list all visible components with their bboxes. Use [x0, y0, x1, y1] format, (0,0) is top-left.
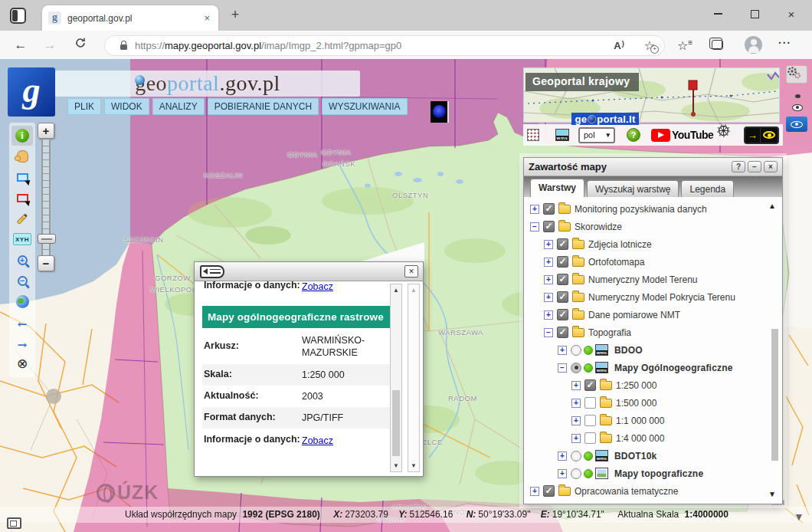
window-minimize-button[interactable] [706, 3, 729, 25]
scroll-up-icon[interactable]: ▲ [768, 202, 776, 210]
refresh-button[interactable] [71, 37, 90, 54]
url-input[interactable]: https://mapy.geoportal.gov.pl/imap/Imgp_… [104, 35, 665, 56]
tree-label[interactable]: Skorowidze [575, 222, 622, 232]
radio-on-icon[interactable] [571, 363, 581, 373]
tree-label[interactable]: 1:1 000 000 [616, 415, 664, 426]
tab-wyszukaj-warstwę[interactable]: Wyszukaj warstwę [587, 180, 679, 197]
tree-label[interactable]: BDOO [614, 345, 643, 356]
tree-label[interactable]: Zdjęcia lotnicze [588, 239, 652, 250]
tree-label[interactable]: Topografia [588, 327, 631, 338]
tree-expander-icon[interactable]: + [544, 275, 553, 284]
checkbox-checked-icon[interactable]: ✓ [543, 203, 555, 215]
menu-item-analizy[interactable]: ANALIZY [152, 98, 205, 115]
checkbox-checked-icon[interactable]: ✓ [557, 327, 568, 338]
window-close-button[interactable]: × [780, 3, 803, 25]
geoportal-logo[interactable]: g [8, 67, 55, 117]
contrast-eye-button[interactable] [761, 131, 778, 139]
tab-close-icon[interactable]: × [201, 12, 212, 24]
full-extent-tool[interactable] [11, 291, 33, 311]
checkbox-checked-icon[interactable]: ✓ [557, 309, 568, 320]
geoportal-lt-link[interactable]: geportal.lt [571, 113, 639, 125]
yellow-arrow-icon[interactable]: → [745, 128, 761, 143]
overview-map[interactable]: Geoportal krajowy [523, 67, 780, 123]
menu-item-pobieranie-danych[interactable]: POBIERANIE DANYCH [208, 98, 319, 115]
menu-item-wyszukiwania[interactable]: WYSZUKIWANIA [322, 98, 408, 115]
tree-label[interactable]: 1:4 000 000 [616, 433, 664, 444]
checkbox-checked-icon[interactable]: ✓ [557, 238, 568, 250]
scroll-down-icon[interactable]: ▼ [408, 462, 419, 469]
map-canvas[interactable]: GDYNIAGDYNIAGDAŃSKKOSZALINOLSZTYNSZCZECI… [0, 59, 812, 532]
dialog-header[interactable]: × [195, 262, 423, 281]
checkbox-checked-icon[interactable]: ✓ [557, 274, 568, 285]
language-select[interactable]: pol▾ [578, 124, 615, 146]
scroll-up-icon[interactable]: ▲ [408, 287, 419, 294]
zoom-in-tool[interactable]: + [11, 250, 33, 270]
overview-toggle-button[interactable] [7, 517, 21, 529]
forward-button[interactable]: → [41, 37, 59, 54]
pan-tool[interactable] [11, 146, 33, 166]
workspaces-icon[interactable] [10, 8, 26, 24]
panel-help-button[interactable]: ? [732, 161, 745, 172]
dialog-outer-scrollbar[interactable]: ▲ ▼ [408, 284, 420, 472]
zoom-in-button[interactable]: + [38, 123, 54, 139]
dialog-close-button[interactable]: × [404, 265, 418, 277]
new-tab-button[interactable]: + [227, 7, 244, 24]
panel-header[interactable]: Zawartość mapy ? − × [524, 158, 782, 176]
collections-icon[interactable] [712, 40, 723, 50]
checkbox-checked-icon[interactable]: ✓ [557, 291, 568, 303]
tree-expander-icon[interactable]: + [558, 452, 567, 461]
radio-off-icon[interactable] [571, 345, 581, 356]
profile-avatar[interactable] [745, 36, 762, 54]
zobacz-link[interactable]: Zobacz [302, 435, 333, 446]
tree-label[interactable]: Opracowania tematyczne [575, 486, 678, 497]
radio-off-icon[interactable] [571, 451, 581, 461]
coordinates-tool[interactable]: XYH [11, 229, 33, 249]
wms-button[interactable] [555, 124, 569, 146]
tree-label[interactable]: 1:250 000 [616, 380, 656, 391]
tree-expander-icon[interactable]: − [530, 222, 539, 232]
tree-expander-icon[interactable]: + [571, 416, 581, 425]
read-aloud-icon[interactable]: A [614, 40, 624, 51]
eye-small-icon[interactable] [792, 104, 803, 111]
checkbox-checked-icon[interactable]: ✓ [557, 256, 568, 268]
checkbox-checked-icon[interactable]: ✓ [543, 485, 555, 497]
youtube-link[interactable]: YouTube [651, 124, 713, 146]
tree-expander-icon[interactable]: − [558, 363, 567, 373]
tree-expander-icon[interactable]: + [544, 258, 553, 267]
panel-minimize-button[interactable]: − [748, 161, 761, 172]
favorites-icon[interactable]: ☆ [677, 38, 692, 53]
draw-tool[interactable] [11, 209, 33, 228]
browser-tab[interactable]: g geoportal.gov.pl × [42, 5, 218, 31]
dot-indicator-icon[interactable] [795, 94, 801, 98]
tree-label[interactable]: BDOT10k [614, 451, 656, 461]
menu-item-plik[interactable]: PLIK [67, 98, 101, 115]
visibility-button[interactable] [786, 117, 807, 132]
tree-expander-icon[interactable]: − [544, 328, 553, 337]
tree-expander-icon[interactable]: + [530, 205, 539, 214]
help-button[interactable]: ? [627, 124, 640, 146]
window-maximize-button[interactable] [743, 3, 766, 25]
menu-item-widok[interactable]: WIDOK [104, 98, 149, 115]
next-view-tool[interactable]: → [11, 333, 33, 353]
results-list-icon[interactable] [200, 265, 224, 278]
scroll-up-icon[interactable]: ▲ [391, 287, 401, 294]
legend-grid-button[interactable] [527, 124, 539, 146]
dialog-scrollbar-thumb[interactable] [392, 390, 400, 456]
add-favorite-icon[interactable]: ☆ [644, 38, 655, 53]
tree-label[interactable]: Monitoring pozyskiwania danych [575, 204, 707, 215]
dialog-inner-scrollbar[interactable]: ▲ ▼ [390, 284, 402, 472]
deselect-rectangle-tool[interactable] [11, 188, 33, 208]
clear-selection-tool[interactable]: ⊗ [11, 353, 33, 373]
select-rectangle-tool[interactable] [11, 167, 33, 187]
browser-menu-icon[interactable]: ··· [778, 37, 791, 49]
tab-legenda[interactable]: Legenda [681, 180, 734, 197]
accessibility-controls[interactable]: → [744, 124, 779, 146]
settings-button[interactable] [786, 65, 807, 84]
previous-view-tool[interactable]: ← [11, 312, 33, 332]
panel-close-button[interactable]: × [764, 161, 778, 172]
tree-label[interactable]: Ortofotomapa [588, 257, 644, 268]
tree-label[interactable]: Numeryczny Model Terenu [588, 274, 698, 285]
bottom-chevron-icon[interactable]: ▼ [794, 511, 804, 523]
tree-expander-icon[interactable]: + [558, 469, 567, 478]
radio-off-icon[interactable] [571, 468, 581, 479]
